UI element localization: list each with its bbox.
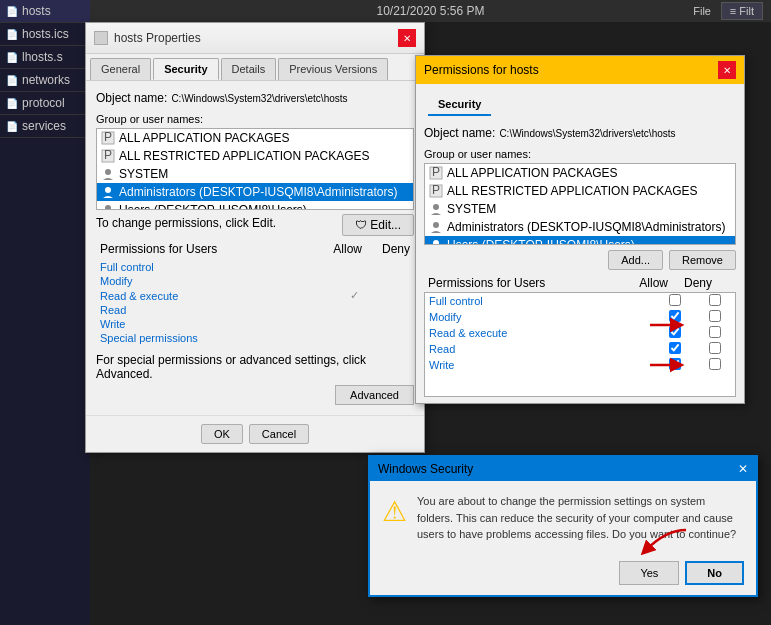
tab-details[interactable]: Details — [221, 58, 277, 80]
checkbox-write-deny[interactable] — [709, 358, 721, 370]
hosts-dialog-titlebar: hosts Properties ✕ — [86, 23, 424, 54]
checkbox-read-allow[interactable] — [669, 342, 681, 354]
filter-button[interactable]: ≡ Filt — [721, 2, 763, 20]
package-icon-2: P — [101, 149, 115, 163]
file-icon-2: 📄 — [6, 29, 18, 40]
security-dialog-title: Windows Security — [378, 462, 473, 476]
checkbox-fullcontrol-deny[interactable] — [709, 294, 721, 306]
package-icon: P — [101, 131, 115, 145]
edit-button[interactable]: 🛡 Edit... — [342, 214, 414, 236]
perms-perm-modify[interactable]: Modify — [425, 309, 655, 325]
perms-user-icon-users — [429, 238, 443, 245]
taskbar-item-lhosts[interactable]: 📄 lhosts.s — [0, 46, 90, 69]
perms-allow-modify[interactable] — [655, 309, 695, 325]
security-tab[interactable]: Security — [428, 94, 491, 116]
permissions-for-hosts-dialog: Permissions for hosts ✕ Security Object … — [415, 55, 745, 404]
svg-point-5 — [105, 187, 111, 193]
perms-scroll-area[interactable]: Full control Modify Read & execute Read — [424, 292, 736, 397]
checkbox-readexec-deny[interactable] — [709, 326, 721, 338]
tab-security[interactable]: Security — [153, 58, 218, 80]
no-button[interactable]: No — [685, 561, 744, 585]
group-label: Group or user names: — [96, 113, 414, 125]
tab-previous-versions[interactable]: Previous Versions — [278, 58, 388, 80]
perms-user-arap[interactable]: P ALL RESTRICTED APPLICATION PACKAGES — [425, 182, 735, 200]
cancel-button[interactable]: Cancel — [249, 424, 309, 444]
user-item-arap[interactable]: P ALL RESTRICTED APPLICATION PACKAGES — [97, 147, 413, 165]
user-item-system[interactable]: SYSTEM — [97, 165, 413, 183]
security-message: You are about to change the permission s… — [417, 493, 744, 543]
perm-row-special: Special permissions — [96, 331, 414, 345]
perm-readexec[interactable]: Read & execute — [96, 288, 334, 303]
perms-deny-read[interactable] — [695, 341, 735, 357]
taskbar-item-protocol[interactable]: 📄 protocol — [0, 92, 90, 115]
svg-point-11 — [433, 204, 439, 210]
svg-point-12 — [433, 222, 439, 228]
tab-general[interactable]: General — [90, 58, 151, 80]
perms-perm-read[interactable]: Read — [425, 341, 655, 357]
taskbar-item-services[interactable]: 📄 services — [0, 115, 90, 138]
perms-perm-readexec[interactable]: Read & execute — [425, 325, 655, 341]
perms-allow-fullcontrol[interactable] — [655, 293, 695, 309]
hosts-dialog-close[interactable]: ✕ — [398, 29, 416, 47]
user-item-aap[interactable]: P ALL APPLICATION PACKAGES — [97, 129, 413, 147]
add-button[interactable]: Add... — [608, 250, 663, 270]
perm-modify[interactable]: Modify — [96, 274, 334, 288]
perms-dialog-titlebar: Permissions for hosts ✕ — [416, 56, 744, 84]
perms-deny-modify[interactable] — [695, 309, 735, 325]
perms-row-fullcontrol: Full control — [425, 293, 735, 309]
datetime: 10/21/2020 5:56 PM — [376, 4, 484, 18]
hosts-dialog-title: hosts Properties — [114, 31, 201, 45]
allow-fullcontrol — [334, 260, 374, 274]
perms-user-admins[interactable]: Administrators (DESKTOP-IUSQMI8\Administ… — [425, 218, 735, 236]
perm-special[interactable]: Special permissions — [96, 331, 334, 345]
perms-perm-fullcontrol[interactable]: Full control — [425, 293, 655, 309]
perms-allow-read[interactable] — [655, 341, 695, 357]
perms-user-list: P ALL APPLICATION PACKAGES P ALL RESTRIC… — [424, 163, 736, 245]
checkbox-read-deny[interactable] — [709, 342, 721, 354]
perms-deny-write[interactable] — [695, 357, 735, 373]
taskbar-item-hosts-ics[interactable]: 📄 hosts.ics — [0, 23, 90, 46]
perm-row-modify: Modify — [96, 274, 414, 288]
perm-fullcontrol[interactable]: Full control — [96, 260, 334, 274]
perms-user-aap[interactable]: P ALL APPLICATION PACKAGES — [425, 164, 735, 182]
allow-read — [334, 303, 374, 317]
taskbar-item-hosts[interactable]: 📄 hosts — [0, 0, 90, 23]
perm-row-fullcontrol: Full control — [96, 260, 414, 274]
yes-button[interactable]: Yes — [619, 561, 679, 585]
svg-text:P: P — [104, 131, 112, 144]
checkbox-readexec-allow[interactable] — [669, 326, 681, 338]
perm-read[interactable]: Read — [96, 303, 334, 317]
checkbox-modify-deny[interactable] — [709, 310, 721, 322]
ok-button[interactable]: OK — [201, 424, 243, 444]
user-item-admins[interactable]: Administrators (DESKTOP-IUSQMI8\Administ… — [97, 183, 413, 201]
warning-icon: ⚠ — [382, 495, 407, 528]
perm-row-readexec: Read & execute ✓ — [96, 288, 414, 303]
perms-dialog-close[interactable]: ✕ — [718, 61, 736, 79]
remove-button[interactable]: Remove — [669, 250, 736, 270]
advanced-button[interactable]: Advanced — [335, 385, 414, 405]
perms-deny-fullcontrol[interactable] — [695, 293, 735, 309]
user-item-users[interactable]: Users (DESKTOP-IUSQMI8\Users) — [97, 201, 413, 210]
perms-perms-table: Full control Modify Read & execute Read — [425, 293, 735, 373]
perm-write[interactable]: Write — [96, 317, 334, 331]
hosts-dialog-tabs: General Security Details Previous Versio… — [86, 54, 424, 81]
checkbox-fullcontrol-allow[interactable] — [669, 294, 681, 306]
perms-deny-readexec[interactable] — [695, 325, 735, 341]
security-dialog-titlebar: Windows Security ✕ — [370, 457, 756, 481]
allow-write — [334, 317, 374, 331]
perms-user-system[interactable]: SYSTEM — [425, 200, 735, 218]
user-icon-users — [101, 203, 115, 210]
perms-allow-write[interactable] — [655, 357, 695, 373]
perms-allow-readexec[interactable] — [655, 325, 695, 341]
svg-point-6 — [105, 205, 111, 210]
perms-object-value: C:\Windows\System32\drivers\etc\hosts — [499, 128, 675, 139]
perms-user-users[interactable]: Users (DESKTOP-IUSQMI8\Users) — [425, 236, 735, 245]
perms-package-icon: P — [429, 166, 443, 180]
file-menu[interactable]: File — [693, 5, 711, 17]
checkbox-modify-allow[interactable] — [669, 310, 681, 322]
security-dialog-close[interactable]: ✕ — [738, 462, 748, 476]
checkbox-write-allow[interactable] — [669, 358, 681, 370]
special-perms-text: For special permissions or advanced sett… — [96, 353, 414, 381]
taskbar-item-networks[interactable]: 📄 networks — [0, 69, 90, 92]
perms-perm-write[interactable]: Write — [425, 357, 655, 373]
